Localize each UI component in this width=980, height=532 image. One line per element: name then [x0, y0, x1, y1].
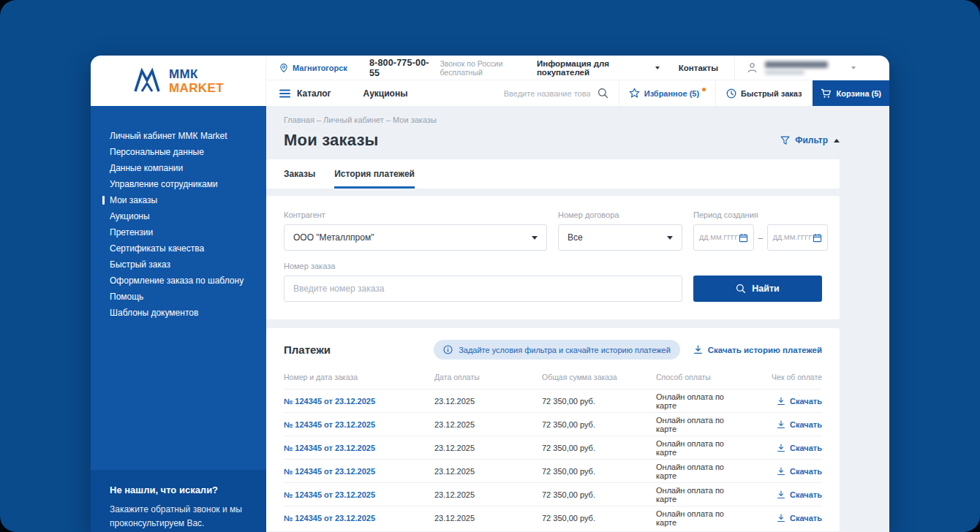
quick-order-button[interactable]: Быстрый заказ	[716, 80, 812, 106]
column-header: Способ оплаты	[656, 368, 734, 390]
sidebar-item[interactable]: Персональные данные	[110, 144, 253, 160]
date-range-separator: –	[758, 233, 763, 242]
product-search	[502, 80, 619, 106]
payment-date: 23.12.2025	[434, 460, 542, 483]
tab-label: Заказы	[284, 169, 315, 179]
order-link[interactable]: № 124345 от 23.12.2025	[284, 514, 375, 522]
find-button-label: Найти	[752, 284, 779, 294]
catalog-label: Каталог	[297, 88, 331, 99]
find-button[interactable]: Найти	[693, 276, 822, 302]
download-receipt-link[interactable]: Скачать	[734, 420, 822, 429]
payment-method: Онлайн оплата по карте	[656, 460, 734, 483]
page-title: Мои заказы	[284, 131, 379, 150]
payment-date: 23.12.2025	[434, 390, 542, 413]
payments-title: Платежи	[284, 343, 331, 356]
tab[interactable]: История платежей	[334, 159, 415, 189]
chevron-down-icon	[532, 236, 538, 240]
payment-row: № 124345 от 23.12.2025 23.12.2025 72 350…	[284, 506, 822, 530]
catalog-menu[interactable]: Каталог	[266, 80, 331, 106]
calendar-icon	[813, 233, 822, 243]
search-icon[interactable]	[598, 88, 608, 99]
download-icon	[777, 397, 785, 406]
cart-button[interactable]: Корзина (5)	[813, 80, 890, 106]
order-total: 72 350,00 руб.	[542, 483, 656, 506]
download-icon	[777, 420, 785, 429]
sidebar-item[interactable]: Аукционы	[110, 208, 253, 224]
payment-date: 23.12.2025	[434, 506, 542, 530]
order-number-label: Номер заказа	[284, 262, 682, 270]
contract-number-select[interactable]: Все	[558, 224, 682, 251]
date-to-input[interactable]: ДД.ММ.ГГГГ	[767, 224, 828, 251]
funnel-icon	[780, 136, 790, 145]
sidebar-item[interactable]: Претензии	[110, 224, 253, 240]
order-link[interactable]: № 124345 от 23.12.2025	[284, 467, 375, 476]
sidebar-item[interactable]: Данные компании	[110, 160, 253, 176]
clock-icon	[726, 88, 736, 99]
sidebar-item[interactable]: Быстрый заказ	[110, 256, 253, 273]
contractor-value: ООО "Металлпром"	[293, 232, 374, 243]
download-receipt-link[interactable]: Скачать	[734, 397, 822, 406]
sidebar-item[interactable]: Личный кабинет ММК Market	[110, 128, 253, 144]
payments-table-header: Номер и дата заказаДата оплатыОбщая сумм…	[284, 368, 822, 390]
sidebar-item-label: Персональные данные	[110, 147, 204, 157]
user-account-menu[interactable]	[734, 56, 856, 80]
payment-row: № 124345 от 23.12.2025 23.12.2025 72 350…	[284, 390, 822, 413]
search-input[interactable]	[502, 88, 592, 99]
download-receipt-label: Скачать	[790, 467, 822, 476]
order-link[interactable]: № 124345 от 23.12.2025	[284, 444, 375, 452]
download-receipt-label: Скачать	[790, 490, 822, 499]
filter-toggle-label: Фильтр	[795, 135, 828, 145]
filter-toggle[interactable]: Фильтр	[780, 135, 840, 145]
sidebar-item[interactable]: Шаблоны документов	[110, 305, 253, 321]
main-content: Главная – Личный кабинет – Мои заказы Мо…	[266, 106, 889, 532]
payment-row: № 124345 от 23.12.2025 23.12.2025 72 350…	[284, 483, 822, 506]
info-icon	[443, 345, 453, 354]
download-icon	[693, 345, 703, 354]
column-header: Номер и дата заказа	[284, 368, 434, 390]
download-icon	[777, 444, 785, 452]
download-icon	[777, 514, 785, 522]
buyers-info-menu[interactable]: Информация для покупателей	[537, 59, 660, 77]
sidebar-item[interactable]: Мои заказы	[110, 192, 253, 208]
download-receipt-link[interactable]: Скачать	[734, 514, 822, 522]
app-window: ММК MARKET Магнитогорск 8-800-775-00-55 …	[91, 56, 889, 532]
logo[interactable]: ММК MARKET	[91, 56, 266, 106]
auctions-link[interactable]: Аукционы	[363, 80, 408, 106]
favorites-button[interactable]: Избранное (5)	[619, 80, 715, 106]
sidebar-item[interactable]: Оформление заказа по шаблону	[110, 273, 253, 289]
contractor-select[interactable]: ООО "Металлпром"	[284, 224, 547, 251]
breadcrumb[interactable]: Главная – Личный кабинет – Мои заказы	[284, 115, 840, 124]
order-total: 72 350,00 руб.	[542, 413, 656, 436]
download-history-link[interactable]: Скачать историю платежей	[693, 345, 822, 354]
contacts-link[interactable]: Контакты	[679, 64, 718, 72]
order-link[interactable]: № 124345 от 23.12.2025	[284, 490, 375, 499]
date-from-input[interactable]: ДД.ММ.ГГГГ	[693, 224, 754, 251]
phone-number[interactable]: 8-800-775-00-55	[369, 58, 433, 78]
date-to-placeholder: ДД.ММ.ГГГГ	[773, 234, 813, 241]
download-receipt-link[interactable]: Скачать	[734, 467, 822, 476]
download-receipt-link[interactable]: Скачать	[734, 490, 822, 499]
payment-method: Онлайн оплата по карте	[656, 390, 734, 413]
order-link[interactable]: № 124345 от 23.12.2025	[284, 420, 375, 429]
tab[interactable]: Заказы	[284, 159, 315, 189]
search-icon	[736, 284, 746, 294]
download-receipt-link[interactable]: Скачать	[734, 444, 822, 452]
header: ММК MARKET Магнитогорск 8-800-775-00-55 …	[91, 56, 889, 106]
cart-label: Корзина (5)	[837, 89, 882, 98]
sidebar-item[interactable]: Сертификаты качества	[110, 240, 253, 256]
column-header: Дата оплаты	[434, 368, 542, 390]
app-body: Личный кабинет ММК Market Персональные д…	[91, 106, 889, 532]
sidebar-callback-panel[interactable]: Не нашли, что искали? Закажите обратный …	[91, 470, 266, 532]
order-number-input[interactable]	[284, 276, 682, 302]
sidebar-item[interactable]: Помощь	[110, 289, 253, 305]
sidebar-menu: Личный кабинет ММК Market Персональные д…	[91, 106, 266, 470]
sidebar-item-label: Оформление заказа по шаблону	[110, 276, 244, 286]
payment-date: 23.12.2025	[434, 483, 542, 506]
sidebar-item[interactable]: Управление сотрудниками	[110, 176, 253, 192]
header-top-row: Магнитогорск 8-800-775-00-55 Звонок по Р…	[266, 56, 889, 80]
order-link[interactable]: № 124345 от 23.12.2025	[284, 397, 375, 406]
city-selector[interactable]: Магнитогорск	[279, 63, 347, 73]
payment-row: № 124345 от 23.12.2025 23.12.2025 72 350…	[284, 413, 822, 436]
chevron-down-icon	[655, 66, 660, 69]
phone-note: Звонок по России бесплатный	[440, 59, 537, 77]
